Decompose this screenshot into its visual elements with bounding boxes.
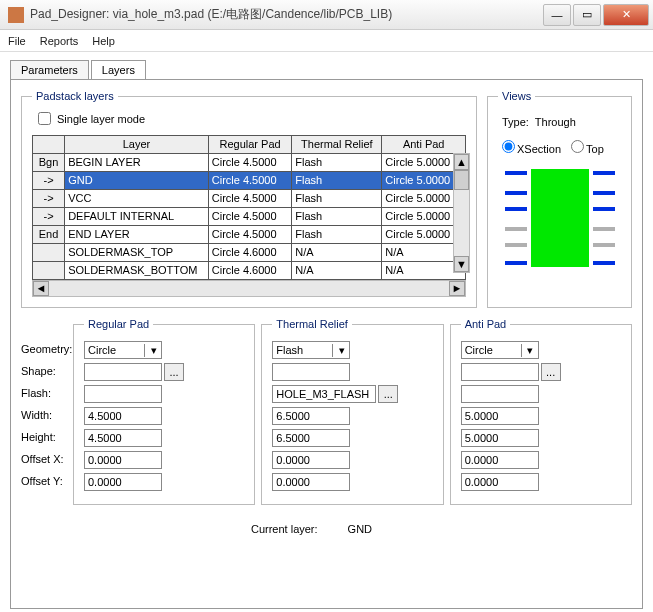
hscroll-thumb[interactable] xyxy=(49,281,449,296)
regular-width-input[interactable]: 4.5000 xyxy=(84,407,162,425)
thermal-legend: Thermal Relief xyxy=(272,318,352,330)
scroll-thumb[interactable] xyxy=(454,170,469,190)
layers-table[interactable]: Layer Regular Pad Thermal Relief Anti Pa… xyxy=(32,135,466,280)
table-row[interactable]: ->GNDCircle 4.5000FlashCircle 5.0000 xyxy=(33,172,466,190)
table-cell[interactable]: Flash xyxy=(292,208,382,226)
table-row[interactable]: EndEND LAYERCircle 4.5000FlashCircle 5.0… xyxy=(33,226,466,244)
thermal-offsety-input[interactable]: 0.0000 xyxy=(272,473,350,491)
regular-pad-group: Regular Pad Circle▾ ... 4.5000 4.5000 0.… xyxy=(73,318,255,505)
scroll-right-icon[interactable]: ► xyxy=(449,281,465,296)
table-cell[interactable]: N/A xyxy=(292,262,382,280)
thermal-geometry-select[interactable]: Flash▾ xyxy=(272,341,350,359)
anti-legend: Anti Pad xyxy=(461,318,511,330)
anti-shape-browse[interactable]: ... xyxy=(541,363,561,381)
tab-panel-layers: Padstack layers Single layer mode Layer … xyxy=(10,79,643,609)
scroll-down-icon[interactable]: ▼ xyxy=(454,256,469,272)
table-cell[interactable]: GND xyxy=(65,172,209,190)
row-header[interactable]: Bgn xyxy=(33,154,65,172)
row-header[interactable]: -> xyxy=(33,172,65,190)
anti-flash-input[interactable] xyxy=(461,385,539,403)
table-cell[interactable]: DEFAULT INTERNAL xyxy=(65,208,209,226)
table-row[interactable]: SOLDERMASK_TOPCircle 4.6000N/AN/A xyxy=(33,244,466,262)
tab-layers[interactable]: Layers xyxy=(91,60,146,79)
dropdown-icon: ▾ xyxy=(521,344,535,357)
menubar: File Reports Help xyxy=(0,30,653,52)
anti-offsetx-input[interactable]: 0.0000 xyxy=(461,451,539,469)
regular-height-input[interactable]: 4.5000 xyxy=(84,429,162,447)
lbl-offsetx: Offset X: xyxy=(21,448,73,470)
table-cell[interactable]: SOLDERMASK_BOTTOM xyxy=(65,262,209,280)
anti-height-input[interactable]: 5.0000 xyxy=(461,429,539,447)
radio-xsection[interactable]: XSection xyxy=(502,140,561,155)
close-button[interactable]: ✕ xyxy=(603,4,649,26)
row-header[interactable]: -> xyxy=(33,190,65,208)
anti-geometry-select[interactable]: Circle▾ xyxy=(461,341,539,359)
table-cell[interactable]: Circle 4.5000 xyxy=(208,154,292,172)
row-header[interactable] xyxy=(33,262,65,280)
row-header[interactable]: -> xyxy=(33,208,65,226)
radio-top[interactable]: Top xyxy=(571,140,604,155)
table-cell[interactable]: Flash xyxy=(292,190,382,208)
table-cell[interactable]: BEGIN LAYER xyxy=(65,154,209,172)
regular-flash-input[interactable] xyxy=(84,385,162,403)
table-cell[interactable]: Flash xyxy=(292,226,382,244)
table-cell[interactable]: Circle 4.5000 xyxy=(208,208,292,226)
table-cell[interactable]: Circle 4.5000 xyxy=(208,172,292,190)
table-cell[interactable]: Circle 4.5000 xyxy=(208,226,292,244)
anti-shape-input[interactable] xyxy=(461,363,539,381)
single-layer-checkbox[interactable]: Single layer mode xyxy=(38,112,145,125)
table-cell[interactable]: N/A xyxy=(292,244,382,262)
table-row[interactable]: BgnBEGIN LAYERCircle 4.5000FlashCircle 5… xyxy=(33,154,466,172)
thermal-width-input[interactable]: 6.5000 xyxy=(272,407,350,425)
table-hscroll[interactable]: ◄ ► xyxy=(32,280,466,297)
thermal-offsetx-input[interactable]: 0.0000 xyxy=(272,451,350,469)
xsection-preview xyxy=(501,165,619,270)
table-cell[interactable]: Flash xyxy=(292,154,382,172)
table-cell[interactable]: SOLDERMASK_TOP xyxy=(65,244,209,262)
regular-geometry-select[interactable]: Circle▾ xyxy=(84,341,162,359)
minimize-button[interactable]: — xyxy=(543,4,571,26)
table-cell[interactable]: END LAYER xyxy=(65,226,209,244)
anti-width-input[interactable]: 5.0000 xyxy=(461,407,539,425)
form-labels: Geometry: Shape: Flash: Width: Height: O… xyxy=(21,316,73,513)
tab-parameters[interactable]: Parameters xyxy=(10,60,89,79)
table-row[interactable]: SOLDERMASK_BOTTOMCircle 4.6000N/AN/A xyxy=(33,262,466,280)
lbl-flash: Flash: xyxy=(21,382,73,404)
table-cell[interactable]: VCC xyxy=(65,190,209,208)
regular-shape-browse[interactable]: ... xyxy=(164,363,184,381)
scroll-left-icon[interactable]: ◄ xyxy=(33,281,49,296)
thermal-flash-browse[interactable]: ... xyxy=(378,385,398,403)
row-header[interactable]: End xyxy=(33,226,65,244)
regular-shape-input[interactable] xyxy=(84,363,162,381)
col-layer[interactable]: Layer xyxy=(65,136,209,154)
regular-offsetx-input[interactable]: 0.0000 xyxy=(84,451,162,469)
maximize-button[interactable]: ▭ xyxy=(573,4,601,26)
dropdown-icon: ▾ xyxy=(144,344,158,357)
regular-offsety-input[interactable]: 0.0000 xyxy=(84,473,162,491)
single-layer-check-input[interactable] xyxy=(38,112,51,125)
scroll-up-icon[interactable]: ▲ xyxy=(454,154,469,170)
table-cell[interactable]: Circle 4.6000 xyxy=(208,244,292,262)
menu-reports[interactable]: Reports xyxy=(40,35,79,47)
menu-file[interactable]: File xyxy=(8,35,26,47)
views-type-label: Type: xyxy=(502,116,529,128)
lbl-shape: Shape: xyxy=(21,360,73,382)
table-row[interactable]: ->DEFAULT INTERNALCircle 4.5000FlashCirc… xyxy=(33,208,466,226)
table-cell[interactable]: Circle 4.5000 xyxy=(208,190,292,208)
table-cell[interactable]: Circle 4.6000 xyxy=(208,262,292,280)
lbl-offsety: Offset Y: xyxy=(21,470,73,492)
thermal-flash-input[interactable]: HOLE_M3_FLASH xyxy=(272,385,376,403)
table-cell[interactable]: Flash xyxy=(292,172,382,190)
table-vscroll[interactable]: ▲ ▼ xyxy=(453,153,470,273)
col-antipad[interactable]: Anti Pad xyxy=(382,136,466,154)
single-layer-label: Single layer mode xyxy=(57,113,145,125)
col-regular[interactable]: Regular Pad xyxy=(208,136,292,154)
regular-legend: Regular Pad xyxy=(84,318,153,330)
menu-help[interactable]: Help xyxy=(92,35,115,47)
anti-offsety-input[interactable]: 0.0000 xyxy=(461,473,539,491)
row-header[interactable] xyxy=(33,244,65,262)
col-thermal[interactable]: Thermal Relief xyxy=(292,136,382,154)
thermal-shape-input[interactable] xyxy=(272,363,350,381)
table-row[interactable]: ->VCCCircle 4.5000FlashCircle 5.0000 xyxy=(33,190,466,208)
thermal-height-input[interactable]: 6.5000 xyxy=(272,429,350,447)
